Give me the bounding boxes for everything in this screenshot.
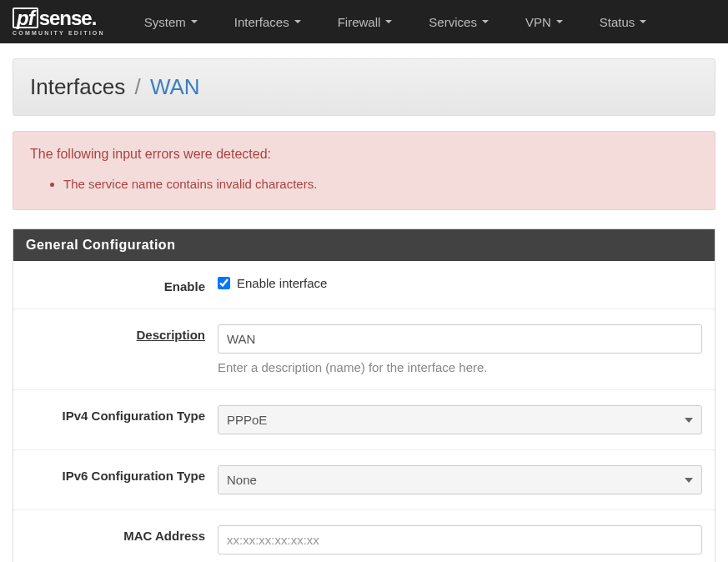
page-title: Interfaces / WAN bbox=[30, 74, 698, 100]
nav-item-system[interactable]: System bbox=[126, 3, 216, 41]
ipv6-type-select[interactable]: None bbox=[218, 465, 702, 494]
nav-item-label: System bbox=[144, 15, 186, 29]
mac-address-input[interactable] bbox=[218, 525, 702, 554]
description-help: Enter a description (name) for the inter… bbox=[218, 360, 702, 374]
error-item: The service name contains invalid charac… bbox=[63, 177, 698, 191]
caret-down-icon bbox=[294, 20, 301, 23]
logo-pf: pf bbox=[13, 8, 38, 29]
error-alert: The following input errors were detected… bbox=[13, 131, 715, 210]
nav-item-interfaces[interactable]: Interfaces bbox=[216, 3, 319, 41]
error-alert-heading: The following input errors were detected… bbox=[30, 147, 698, 162]
ipv4-type-label: IPv4 Configuration Type bbox=[26, 405, 218, 423]
ipv6-type-label: IPv6 Configuration Type bbox=[26, 465, 218, 483]
form-row-mac-address: MAC Address bbox=[13, 510, 715, 562]
ipv4-type-select[interactable]: PPPoE bbox=[218, 405, 702, 434]
nav-item-label: VPN bbox=[525, 15, 551, 29]
panel-header: General Configuration bbox=[13, 229, 715, 261]
caret-down-icon bbox=[385, 20, 392, 23]
enable-label: Enable bbox=[26, 276, 218, 294]
caret-down-icon bbox=[640, 20, 646, 23]
caret-down-icon bbox=[556, 20, 563, 23]
error-list: The service name contains invalid charac… bbox=[63, 177, 698, 191]
form-row-ipv4-type: IPv4 Configuration Type PPPoE bbox=[13, 390, 715, 450]
nav-item-label: Status bbox=[600, 15, 635, 29]
top-navbar: pfsense. COMMUNITY EDITION System Interf… bbox=[0, 0, 728, 43]
nav-item-label: Services bbox=[429, 15, 477, 29]
logo-sense: sense bbox=[39, 7, 92, 29]
general-config-panel: General Configuration Enable Enable inte… bbox=[13, 228, 715, 562]
enable-checkbox[interactable] bbox=[218, 277, 230, 289]
description-label: Description bbox=[26, 324, 218, 342]
description-input[interactable] bbox=[218, 324, 702, 354]
logo-subtitle: COMMUNITY EDITION bbox=[13, 30, 105, 36]
mac-address-label: MAC Address bbox=[26, 525, 218, 543]
breadcrumb-sub: WAN bbox=[150, 74, 200, 99]
nav-item-firewall[interactable]: Firewall bbox=[319, 3, 411, 41]
nav-item-status[interactable]: Status bbox=[581, 3, 665, 41]
nav-item-services[interactable]: Services bbox=[410, 3, 507, 41]
nav-item-label: Firewall bbox=[338, 15, 381, 29]
nav-item-label: Interfaces bbox=[234, 15, 289, 29]
breadcrumb-main: Interfaces bbox=[30, 74, 125, 99]
breadcrumb-separator: / bbox=[134, 74, 140, 99]
nav-item-vpn[interactable]: VPN bbox=[507, 3, 581, 41]
caret-down-icon bbox=[482, 20, 489, 23]
page-title-bar: Interfaces / WAN bbox=[13, 58, 715, 116]
form-row-ipv6-type: IPv6 Configuration Type None bbox=[13, 450, 715, 510]
nav-menu: System Interfaces Firewall Services VPN … bbox=[126, 3, 665, 41]
caret-down-icon bbox=[191, 20, 198, 23]
logo[interactable]: pfsense. COMMUNITY EDITION bbox=[13, 8, 105, 37]
form-row-description: Description Enter a description (name) f… bbox=[13, 309, 715, 390]
enable-checkbox-label: Enable interface bbox=[237, 276, 327, 290]
panel-body: Enable Enable interface Description Ente… bbox=[13, 261, 715, 562]
form-row-enable: Enable Enable interface bbox=[13, 261, 715, 309]
